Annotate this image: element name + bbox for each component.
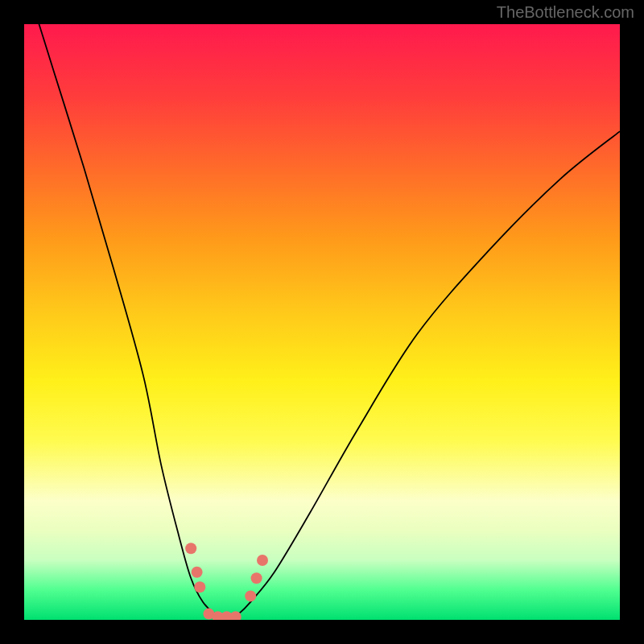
plot-area — [24, 24, 620, 620]
data-markers — [185, 543, 268, 620]
data-marker — [245, 590, 256, 601]
chart-svg — [24, 24, 620, 620]
data-marker — [185, 543, 196, 554]
data-marker — [192, 567, 203, 578]
data-marker — [257, 555, 268, 566]
watermark-text: TheBottleneck.com — [497, 3, 634, 22]
bottleneck-curve — [24, 24, 620, 617]
data-marker — [251, 572, 262, 584]
data-marker — [194, 581, 205, 592]
